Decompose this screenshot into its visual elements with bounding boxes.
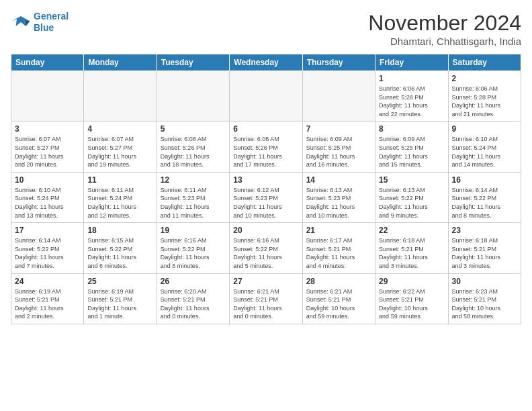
- day-info: Sunrise: 6:19 AM Sunset: 5:21 PM Dayligh…: [15, 287, 80, 321]
- day-number: 26: [161, 277, 226, 286]
- day-cell: 18Sunrise: 6:15 AM Sunset: 5:22 PM Dayli…: [84, 223, 157, 273]
- day-number: 11: [87, 175, 152, 185]
- weekday-header-wednesday: Wednesday: [230, 54, 302, 71]
- day-info: Sunrise: 6:06 AM Sunset: 5:28 PM Dayligh…: [379, 85, 444, 118]
- day-info: Sunrise: 6:14 AM Sunset: 5:22 PM Dayligh…: [15, 236, 80, 270]
- week-row-5: 24Sunrise: 6:19 AM Sunset: 5:21 PM Dayli…: [11, 273, 521, 324]
- day-number: 30: [452, 277, 517, 286]
- day-info: Sunrise: 6:10 AM Sunset: 5:24 PM Dayligh…: [452, 135, 517, 169]
- day-cell: 2Sunrise: 6:06 AM Sunset: 5:28 PM Daylig…: [448, 71, 521, 122]
- day-info: Sunrise: 6:16 AM Sunset: 5:22 PM Dayligh…: [233, 236, 298, 270]
- day-cell: 4Sunrise: 6:07 AM Sunset: 5:27 PM Daylig…: [84, 122, 157, 172]
- day-info: Sunrise: 6:06 AM Sunset: 5:28 PM Dayligh…: [452, 85, 517, 118]
- day-cell: 3Sunrise: 6:07 AM Sunset: 5:27 PM Daylig…: [11, 122, 84, 172]
- day-number: 8: [379, 124, 444, 134]
- day-info: Sunrise: 6:21 AM Sunset: 5:21 PM Dayligh…: [233, 287, 298, 321]
- day-info: Sunrise: 6:09 AM Sunset: 5:25 PM Dayligh…: [306, 135, 371, 169]
- weekday-header-saturday: Saturday: [448, 54, 521, 71]
- day-number: 6: [233, 124, 298, 134]
- day-number: 1: [379, 74, 444, 83]
- day-cell: 7Sunrise: 6:09 AM Sunset: 5:25 PM Daylig…: [302, 122, 375, 172]
- day-info: Sunrise: 6:17 AM Sunset: 5:21 PM Dayligh…: [306, 236, 371, 270]
- day-info: Sunrise: 6:08 AM Sunset: 5:26 PM Dayligh…: [233, 135, 298, 169]
- day-info: Sunrise: 6:15 AM Sunset: 5:22 PM Dayligh…: [87, 236, 152, 270]
- weekday-header-tuesday: Tuesday: [157, 54, 229, 71]
- week-row-1: 1Sunrise: 6:06 AM Sunset: 5:28 PM Daylig…: [11, 71, 521, 122]
- day-cell: [230, 71, 302, 122]
- weekday-header-friday: Friday: [375, 54, 448, 71]
- day-cell: [157, 71, 229, 122]
- day-info: Sunrise: 6:10 AM Sunset: 5:24 PM Dayligh…: [15, 186, 80, 220]
- day-cell: 10Sunrise: 6:10 AM Sunset: 5:24 PM Dayli…: [11, 172, 84, 222]
- weekday-header-row: SundayMondayTuesdayWednesdayThursdayFrid…: [11, 54, 521, 71]
- day-cell: 23Sunrise: 6:18 AM Sunset: 5:21 PM Dayli…: [448, 223, 521, 273]
- week-row-3: 10Sunrise: 6:10 AM Sunset: 5:24 PM Dayli…: [11, 172, 521, 222]
- month-title: November 2024: [368, 11, 521, 36]
- logo-text: General Blue: [34, 11, 69, 34]
- day-cell: 15Sunrise: 6:13 AM Sunset: 5:22 PM Dayli…: [375, 172, 448, 222]
- logo: General Blue: [11, 11, 69, 34]
- day-number: 20: [233, 226, 298, 235]
- day-cell: 8Sunrise: 6:09 AM Sunset: 5:25 PM Daylig…: [375, 122, 448, 172]
- day-cell: 11Sunrise: 6:11 AM Sunset: 5:24 PM Dayli…: [84, 172, 157, 222]
- day-number: 28: [306, 277, 371, 286]
- day-info: Sunrise: 6:21 AM Sunset: 5:21 PM Dayligh…: [306, 287, 371, 321]
- day-number: 22: [379, 226, 444, 235]
- day-number: 16: [452, 175, 517, 185]
- day-info: Sunrise: 6:13 AM Sunset: 5:23 PM Dayligh…: [306, 186, 371, 220]
- day-cell: 24Sunrise: 6:19 AM Sunset: 5:21 PM Dayli…: [11, 273, 84, 324]
- day-info: Sunrise: 6:16 AM Sunset: 5:22 PM Dayligh…: [161, 236, 226, 270]
- day-cell: 12Sunrise: 6:11 AM Sunset: 5:23 PM Dayli…: [157, 172, 229, 222]
- day-number: 4: [87, 124, 152, 134]
- day-number: 25: [87, 277, 152, 286]
- day-info: Sunrise: 6:11 AM Sunset: 5:23 PM Dayligh…: [161, 186, 226, 220]
- day-info: Sunrise: 6:14 AM Sunset: 5:22 PM Dayligh…: [452, 186, 517, 220]
- page-header: General Blue November 2024 Dhamtari, Chh…: [11, 11, 521, 47]
- day-info: Sunrise: 6:12 AM Sunset: 5:23 PM Dayligh…: [233, 186, 298, 220]
- day-cell: [302, 71, 375, 122]
- day-info: Sunrise: 6:19 AM Sunset: 5:21 PM Dayligh…: [87, 287, 152, 321]
- day-number: 12: [161, 175, 226, 185]
- day-cell: 29Sunrise: 6:22 AM Sunset: 5:21 PM Dayli…: [375, 273, 448, 324]
- day-number: 15: [379, 175, 444, 185]
- day-cell: 14Sunrise: 6:13 AM Sunset: 5:23 PM Dayli…: [302, 172, 375, 222]
- day-number: 13: [233, 175, 298, 185]
- day-cell: 22Sunrise: 6:18 AM Sunset: 5:21 PM Dayli…: [375, 223, 448, 273]
- day-number: 27: [233, 277, 298, 286]
- day-cell: 17Sunrise: 6:14 AM Sunset: 5:22 PM Dayli…: [11, 223, 84, 273]
- day-info: Sunrise: 6:07 AM Sunset: 5:27 PM Dayligh…: [15, 135, 80, 169]
- day-cell: 16Sunrise: 6:14 AM Sunset: 5:22 PM Dayli…: [448, 172, 521, 222]
- day-cell: 6Sunrise: 6:08 AM Sunset: 5:26 PM Daylig…: [230, 122, 302, 172]
- day-cell: 25Sunrise: 6:19 AM Sunset: 5:21 PM Dayli…: [84, 273, 157, 324]
- day-info: Sunrise: 6:11 AM Sunset: 5:24 PM Dayligh…: [87, 186, 152, 220]
- day-number: 5: [161, 124, 226, 134]
- week-row-4: 17Sunrise: 6:14 AM Sunset: 5:22 PM Dayli…: [11, 223, 521, 273]
- day-cell: 21Sunrise: 6:17 AM Sunset: 5:21 PM Dayli…: [302, 223, 375, 273]
- day-cell: 30Sunrise: 6:23 AM Sunset: 5:21 PM Dayli…: [448, 273, 521, 324]
- day-info: Sunrise: 6:23 AM Sunset: 5:21 PM Dayligh…: [452, 287, 517, 321]
- day-cell: 27Sunrise: 6:21 AM Sunset: 5:21 PM Dayli…: [230, 273, 302, 324]
- calendar-table: SundayMondayTuesdayWednesdayThursdayFrid…: [11, 54, 521, 324]
- day-cell: 9Sunrise: 6:10 AM Sunset: 5:24 PM Daylig…: [448, 122, 521, 172]
- weekday-header-monday: Monday: [84, 54, 157, 71]
- day-number: 17: [15, 226, 80, 235]
- day-number: 14: [306, 175, 371, 185]
- day-number: 3: [15, 124, 80, 134]
- day-number: 2: [452, 74, 517, 83]
- weekday-header-sunday: Sunday: [11, 54, 84, 71]
- day-number: 18: [87, 226, 152, 235]
- day-cell: 26Sunrise: 6:20 AM Sunset: 5:21 PM Dayli…: [157, 273, 229, 324]
- day-number: 7: [306, 124, 371, 134]
- location-subtitle: Dhamtari, Chhattisgarh, India: [368, 36, 521, 47]
- day-info: Sunrise: 6:22 AM Sunset: 5:21 PM Dayligh…: [379, 287, 444, 321]
- day-cell: [11, 71, 84, 122]
- day-cell: 28Sunrise: 6:21 AM Sunset: 5:21 PM Dayli…: [302, 273, 375, 324]
- day-info: Sunrise: 6:09 AM Sunset: 5:25 PM Dayligh…: [379, 135, 444, 169]
- day-number: 24: [15, 277, 80, 286]
- day-number: 21: [306, 226, 371, 235]
- day-cell: 19Sunrise: 6:16 AM Sunset: 5:22 PM Dayli…: [157, 223, 229, 273]
- day-cell: 5Sunrise: 6:08 AM Sunset: 5:26 PM Daylig…: [157, 122, 229, 172]
- day-info: Sunrise: 6:18 AM Sunset: 5:21 PM Dayligh…: [452, 236, 517, 270]
- day-info: Sunrise: 6:18 AM Sunset: 5:21 PM Dayligh…: [379, 236, 444, 270]
- day-number: 29: [379, 277, 444, 286]
